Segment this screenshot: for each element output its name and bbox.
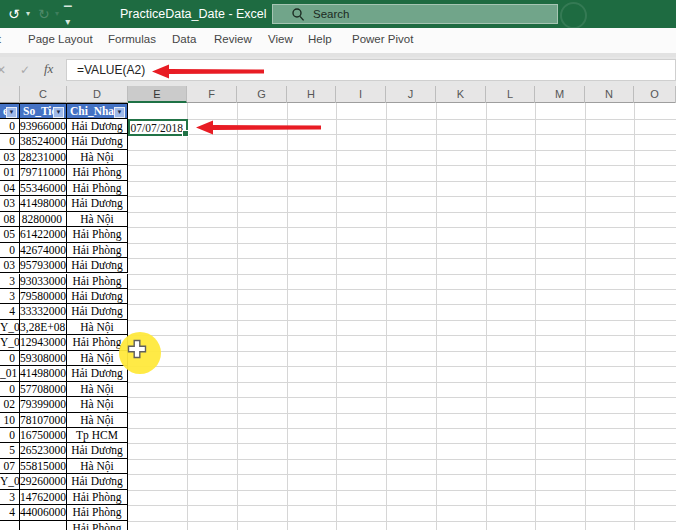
cell[interactable]: 41498000 [20,196,67,211]
cell[interactable]: 57708000 [20,382,67,397]
cell[interactable]: 61422000 [20,227,67,242]
undo-dropdown-icon[interactable]: ▾ [26,9,30,18]
cell[interactable]: Hải Phòng [67,274,128,289]
cell[interactable]: 79711000 [20,165,67,180]
cell[interactable]: 79399000 [20,397,67,412]
undo-icon[interactable]: ↺ [8,5,20,23]
cell[interactable]: 3 [0,289,20,304]
cell[interactable]: 26523000 [20,443,67,458]
cell[interactable]: Hà Nội [67,413,128,428]
cell[interactable]: 0 [0,351,20,366]
cell[interactable] [20,521,67,530]
ribbon-tab-rt[interactable]: rt [0,33,1,45]
column-header-F[interactable]: F [187,86,237,103]
cell[interactable]: 16750000 [20,428,67,443]
cell[interactable]: Hải Phòng [67,165,128,180]
cell[interactable]: 3 [0,274,20,289]
cell[interactable]: 3 [0,490,20,505]
cell[interactable]: 4 [0,304,20,319]
cell[interactable]: Hải Dương [67,474,128,489]
cell[interactable]: Hà Nội [67,459,128,474]
insert-function-icon[interactable]: fx [44,61,53,77]
header-chi-nhanh[interactable]: Chi_Nha▼ [67,103,128,119]
cell[interactable]: 55346000 [20,181,67,196]
column-header-G[interactable]: G [237,86,287,103]
cell[interactable]: 4 [0,505,20,520]
column-header-partial[interactable] [0,86,20,103]
ribbon-tab-page-layout[interactable]: Page Layout [28,33,93,45]
search-box[interactable]: Search [272,4,558,24]
column-header-L[interactable]: L [486,86,535,103]
cancel-icon[interactable]: ✕ [0,63,6,77]
cell[interactable]: 0 [0,134,20,149]
cell[interactable]: 14762000 [20,490,67,505]
cell[interactable]: Hải Phòng [67,490,128,505]
column-header-H[interactable]: H [287,86,336,103]
cell[interactable]: 01 [0,165,20,180]
header-b-partial[interactable]: e▼ [0,103,20,119]
cell[interactable]: Y_0 [0,474,20,489]
filter-dropdown-icon[interactable]: ▼ [6,107,17,118]
cell[interactable]: 0 [0,428,20,443]
cell[interactable]: 8280000 [20,212,67,227]
cell[interactable]: Hải Phòng [67,181,128,196]
cell[interactable]: Hải Dương [67,304,128,319]
cell[interactable]: 38524000 [20,134,67,149]
cell[interactable]: 10 [0,413,20,428]
ribbon-tab-power-pivot[interactable]: Power Pivot [352,33,413,45]
cell[interactable]: 12943000 [20,335,67,350]
cell[interactable]: _01 [0,366,20,381]
cell[interactable]: Hà Nội [67,320,128,335]
ribbon-tab-view[interactable]: View [268,33,293,45]
ribbon-tab-formulas[interactable]: Formulas [108,33,156,45]
cell[interactable]: 44006000 [20,505,67,520]
cell[interactable]: Hải Dương [67,366,128,381]
cell[interactable]: 0 [0,119,20,134]
fill-handle[interactable] [182,130,189,137]
cell[interactable]: Hải Dương [67,443,128,458]
cell[interactable]: 03 [0,258,20,273]
cell[interactable]: Hải Dương [67,134,128,149]
cell[interactable]: Hà Nội [67,212,128,227]
cell[interactable]: 93033000 [20,274,67,289]
cell[interactable]: Hải Dương [67,258,128,273]
cell[interactable]: 03 [0,150,20,165]
cell[interactable]: 59308000 [20,351,67,366]
column-header-D[interactable]: D [67,86,128,103]
sheet-grid[interactable]: 07/07/2018 e▼So_Tie▼Chi_Nha▼093966000Hải… [0,103,676,530]
cell[interactable]: Hải Dương [67,289,128,304]
cell[interactable]: 04 [0,181,20,196]
cell[interactable]: 02 [0,397,20,412]
cell[interactable]: Hà Nội [67,382,128,397]
cell[interactable]: 28231000 [20,150,67,165]
cell[interactable]: 79580000 [20,289,67,304]
filter-dropdown-icon[interactable]: ▼ [114,107,125,118]
cell[interactable]: 03 [0,196,20,211]
header-so-tien[interactable]: So_Tie▼ [20,103,67,119]
cell[interactable]: 05 [0,227,20,242]
cell[interactable]: 0 [0,243,20,258]
column-header-M[interactable]: M [535,86,585,103]
cell[interactable]: Hải Dương [67,196,128,211]
ribbon-tab-data[interactable]: Data [172,33,196,45]
cell[interactable]: 93966000 [20,119,67,134]
quick-access-toolbar-menu-icon[interactable]: ▔▾ [64,7,72,27]
ribbon-tab-review[interactable]: Review [214,33,252,45]
cell[interactable]: Hà Nội [67,397,128,412]
column-header-E[interactable]: E [128,86,187,103]
column-header-N[interactable]: N [585,86,634,103]
cell[interactable]: Hải Dương [67,119,128,134]
column-header-C[interactable]: C [20,86,67,103]
ribbon-tab-help[interactable]: Help [308,33,332,45]
cell[interactable]: Y_0 [0,320,20,335]
column-header-J[interactable]: J [386,86,436,103]
column-header-O[interactable]: O [634,86,676,103]
cell[interactable] [0,521,20,530]
redo-icon[interactable]: ↻ [38,5,50,23]
redo-dropdown-icon[interactable]: ▾ [55,9,59,18]
cell[interactable]: 33332000 [20,304,67,319]
column-header-I[interactable]: I [336,86,386,103]
cell[interactable]: Tp HCM [67,428,128,443]
cell[interactable]: 55815000 [20,459,67,474]
selected-cell-E2[interactable]: 07/07/2018 [128,119,188,136]
